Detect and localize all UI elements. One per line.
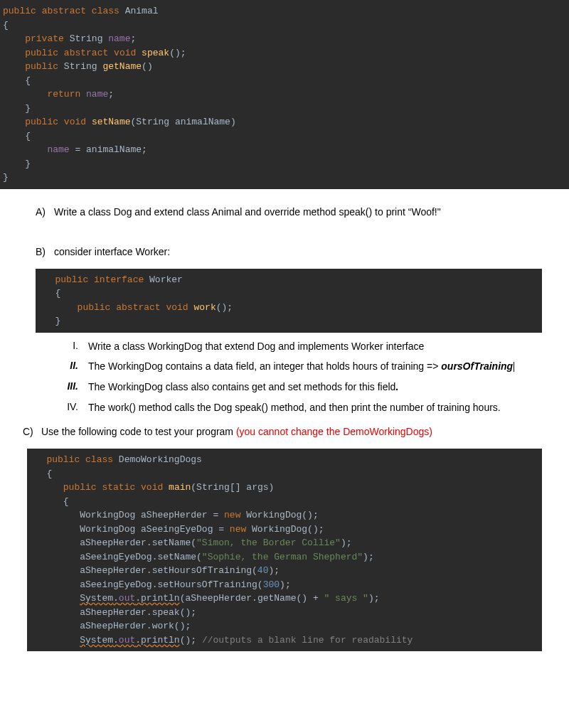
field: name	[47, 144, 69, 155]
field: name	[86, 89, 108, 100]
stmt: ();	[180, 635, 202, 646]
method: work	[194, 302, 216, 313]
kw: private	[25, 33, 64, 44]
kw: abstract	[116, 302, 160, 313]
question-text: Write a class Dog and extend class Anima…	[54, 206, 555, 218]
code-block-animal: public abstract class Animal { private S…	[0, 0, 569, 189]
kw: return	[47, 89, 80, 100]
field: out	[119, 593, 135, 604]
roman-item-iv: IV. The work() method calls the Dog spea…	[63, 401, 555, 414]
roman-text: The WorkingDog class also contains get a…	[88, 380, 555, 394]
method: main	[169, 482, 191, 493]
params: (String[] args)	[191, 482, 274, 493]
roman-label-text: II.	[70, 360, 78, 371]
println: println	[141, 635, 180, 646]
dot: .	[113, 635, 119, 646]
stmt: WorkingDog aSheepHerder =	[80, 510, 224, 520]
squiggle: System.out.println	[80, 593, 179, 604]
kw: void	[166, 302, 188, 313]
field: out	[119, 635, 135, 646]
kw: new	[230, 524, 246, 535]
roman-item-iii: III. The WorkingDog class also contains …	[63, 380, 555, 394]
brace: {	[38, 288, 60, 299]
roman-item-i: I. Write a class WorkingDog that extend …	[63, 340, 555, 353]
brace: {	[3, 20, 9, 31]
dot: .	[135, 635, 141, 646]
brace: {	[3, 131, 31, 141]
kw: class	[92, 6, 119, 16]
question-text: consider interface Worker:	[54, 246, 555, 257]
dot: .	[135, 593, 141, 604]
question-label: A)	[36, 206, 54, 218]
brace: }	[3, 172, 9, 183]
stmt: );	[368, 593, 380, 604]
roman-text: Write a class WorkingDog that extend Dog…	[88, 340, 555, 353]
string: "Sophie, the German Shepherd"	[202, 552, 363, 562]
stmt: );	[280, 579, 291, 590]
roman-text: The work() method calls the Dog speak() …	[88, 401, 555, 414]
brace: }	[38, 316, 60, 326]
stmt: aSheepHerder.speak();	[80, 607, 196, 618]
question-b: B) consider interface Worker:	[36, 246, 555, 257]
parens: ();	[216, 302, 233, 313]
stmt: WorkingDog aSeeingEyeDog =	[80, 524, 230, 535]
field: name	[108, 33, 130, 44]
parens: ();	[169, 48, 186, 58]
kw: public	[25, 61, 58, 72]
stmt: aSeeingEyeDog.setHoursOfTraining(	[80, 579, 262, 590]
stmt: );	[341, 537, 352, 548]
kw: class	[85, 454, 113, 465]
comment: //outputs a blank line for readability	[202, 635, 413, 646]
text-cursor-icon	[514, 362, 514, 372]
stmt: aSheepHerder.work();	[80, 621, 191, 631]
roman-item-ii: II. The WorkingDog contains a data field…	[63, 360, 555, 373]
kw: new	[224, 510, 240, 520]
kw: abstract	[42, 6, 86, 16]
semi: ;	[130, 33, 136, 44]
type: String	[70, 33, 103, 44]
roman-pre: The WorkingDog class also contains get a…	[88, 381, 395, 392]
qc-warn: (you cannot change the DemoWorkingDogs)	[236, 426, 432, 437]
parens: ()	[142, 61, 153, 72]
stmt: );	[268, 565, 280, 576]
roman-em: oursOfTraining	[441, 360, 513, 372]
println: println	[141, 593, 180, 604]
roman-dot: .	[395, 381, 398, 392]
code-block-demo-wrap: public class DemoWorkingDogs { public st…	[27, 449, 542, 651]
kw: void	[64, 117, 86, 127]
kw: abstract	[64, 48, 108, 58]
stmt: (aSheepHerder.getName() +	[180, 593, 324, 604]
string: "Simon, the Border Collie"	[196, 537, 341, 548]
kw: public	[25, 117, 58, 127]
roman-label-text: III.	[67, 380, 78, 392]
stmt: aSeeingEyeDog.setName(	[80, 552, 202, 562]
qc-pre: Use the following code to test your prog…	[41, 426, 236, 437]
system: System	[80, 635, 113, 646]
code-block-demo: public class DemoWorkingDogs { public st…	[27, 449, 542, 651]
type: String	[64, 61, 97, 72]
question-text: Use the following code to test your prog…	[41, 426, 555, 437]
kw: interface	[94, 274, 144, 285]
stmt: );	[363, 552, 374, 562]
assign: = animalName;	[70, 144, 147, 155]
squiggle: System.out.println	[80, 635, 179, 646]
number: 300	[263, 579, 280, 590]
method: setName	[92, 117, 131, 127]
brace: {	[30, 496, 69, 507]
stmt: WorkingDog();	[240, 510, 318, 520]
question-label: C)	[23, 426, 41, 437]
roman-label: II.	[63, 360, 88, 373]
kw: static	[102, 482, 135, 493]
code-block-worker: public interface Worker { public abstrac…	[36, 269, 542, 333]
dot: .	[113, 593, 119, 604]
roman-text: The WorkingDog contains a data field, an…	[88, 360, 555, 373]
kw: public	[46, 454, 80, 465]
params: (String animalName)	[130, 117, 235, 127]
kw: public	[25, 48, 58, 58]
brace: {	[30, 469, 52, 479]
brace: }	[3, 103, 31, 114]
kw: public	[55, 274, 88, 285]
kw: public	[63, 482, 97, 493]
string: " says "	[324, 593, 368, 604]
method: getName	[102, 61, 142, 72]
